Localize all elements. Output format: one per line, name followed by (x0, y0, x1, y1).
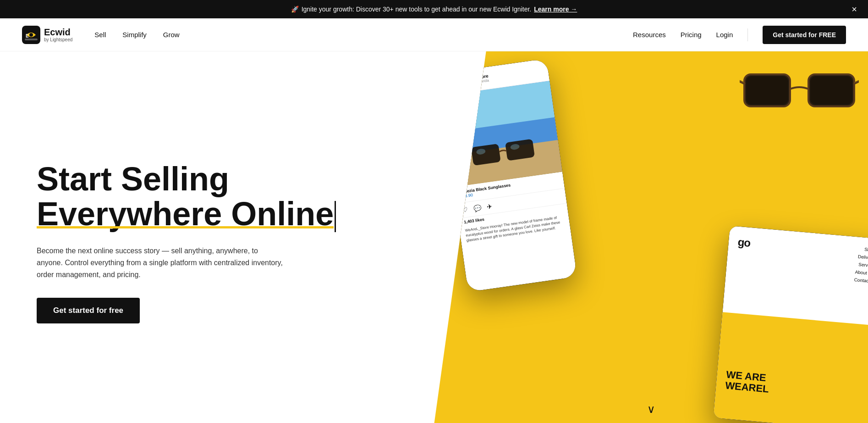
svg-rect-14 (471, 144, 501, 166)
phone-screen: wearel_store Sarasota, Florida (438, 59, 577, 292)
navbar: E Ecwid by Lightspeed Sell Simplify Grow… (0, 18, 868, 51)
logo-subtitle: by Lightspeed (44, 37, 72, 43)
nav-resources[interactable]: Resources (633, 31, 666, 39)
hero-cursor (335, 201, 336, 232)
tablet-nav-delivery: Delivery (856, 254, 868, 260)
svg-rect-3 (25, 39, 38, 40)
tablet-nav: Shop Delivery Service About us Contac... (854, 246, 868, 284)
tablet-nav-service: Service (855, 262, 868, 268)
nav-links-right: Resources Pricing Login Get started for … (633, 26, 846, 44)
svg-rect-15 (505, 139, 535, 161)
tablet-nav-contact: Contac... (854, 277, 868, 284)
scroll-chevron[interactable]: ∨ (647, 403, 655, 416)
tablet-logo: go (737, 236, 751, 250)
nav-simplify[interactable]: Simplify (122, 31, 147, 39)
tablet-screen: go Shop Delivery Service About us Contac… (713, 226, 868, 423)
hero-subtext: Become the next online success story — s… (37, 245, 284, 281)
hero-left: Start Selling Everywhere Online Become t… (0, 51, 434, 423)
svg-rect-8 (810, 76, 852, 105)
svg-text:E: E (26, 33, 29, 39)
nav-links-left: Sell Simplify Grow (94, 31, 633, 39)
hero-cta-button[interactable]: Get started for free (37, 298, 140, 323)
ecwid-logo-icon: E (22, 26, 40, 44)
phone-comment-icon: 💬 (473, 204, 482, 212)
hero-headline-line2: Everywhere Online (37, 197, 334, 232)
announcement-bar: 🚀 Ignite your growth: Discover 30+ new t… (0, 0, 868, 18)
hero-section: Start Selling Everywhere Online Become t… (0, 51, 868, 423)
phone-product-image (441, 81, 562, 187)
hero-right: wearel_store Sarasota, Florida (434, 51, 868, 423)
phone-avatar (444, 76, 458, 90)
tablet-headline: WE ARE WEAREL (725, 369, 770, 395)
phone-location: Sarasota, Florida (461, 78, 489, 86)
hero-headline-line1: Start Selling (37, 161, 229, 197)
nav-sell[interactable]: Sell (94, 31, 106, 39)
phone-heart-icon: ♡ (462, 206, 469, 214)
sunglasses-image (740, 65, 859, 129)
rocket-icon: 🚀 (291, 6, 299, 13)
tablet-mockup: go Shop Delivery Service About us Contac… (713, 226, 868, 423)
svg-rect-6 (746, 76, 788, 105)
tablet-nav-shop: Shop (857, 246, 868, 252)
svg-point-2 (29, 33, 33, 37)
phone-share-icon: ✈ (486, 202, 493, 211)
tablet-yellow-section (713, 312, 868, 423)
phone-mockup: wearel_store Sarasota, Florida (438, 59, 577, 292)
announcement-link[interactable]: Learn more → (534, 6, 577, 13)
logo-link[interactable]: E Ecwid by Lightspeed (22, 26, 72, 44)
nav-pricing[interactable]: Pricing (681, 31, 702, 39)
nav-grow[interactable]: Grow (163, 31, 180, 39)
logo-name: Ecwid (44, 27, 72, 37)
hero-headline: Start Selling Everywhere Online (37, 162, 412, 232)
nav-login[interactable]: Login (716, 31, 733, 39)
navbar-cta-button[interactable]: Get started for FREE (763, 26, 846, 44)
announcement-text: Ignite your growth: Discover 30+ new too… (302, 6, 532, 13)
announcement-close-button[interactable]: × (852, 5, 857, 14)
tablet-nav-about: About us (855, 269, 868, 276)
nav-divider (747, 28, 748, 41)
